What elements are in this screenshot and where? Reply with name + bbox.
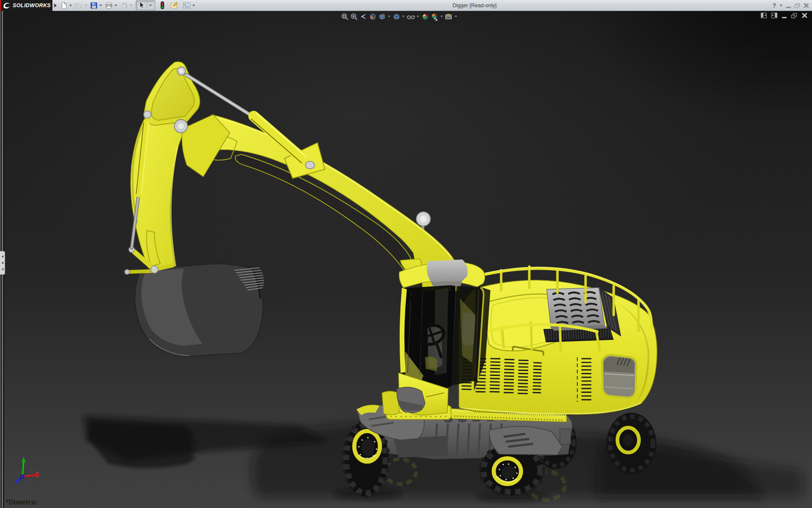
expand-left-icon bbox=[2, 262, 3, 264]
save-floppy-icon bbox=[90, 2, 98, 9]
document-title: Digger [Read-only] bbox=[453, 0, 497, 11]
zoom-to-area-icon[interactable] bbox=[349, 12, 359, 21]
doc-close-button[interactable] bbox=[801, 13, 807, 18]
bucket[interactable] bbox=[135, 264, 264, 356]
view-orientation-dropdown[interactable] bbox=[388, 16, 390, 17]
expand-left-icon bbox=[2, 268, 3, 271]
zoom-to-fit-icon[interactable] bbox=[340, 12, 349, 21]
help-button[interactable]: ? bbox=[772, 2, 776, 9]
document-window-controls bbox=[761, 13, 807, 18]
apply-scene-icon[interactable] bbox=[430, 12, 439, 21]
orientation-triad bbox=[14, 457, 40, 483]
view-settings-icon[interactable] bbox=[444, 12, 453, 21]
edit-note-button[interactable] bbox=[169, 0, 179, 11]
options-button[interactable] bbox=[182, 0, 192, 11]
hide-show-items-icon[interactable] bbox=[406, 12, 415, 21]
title-bar: SOLIDWORKS bbox=[0, 0, 812, 11]
main-toolbar bbox=[59, 0, 197, 11]
logo-red-bar bbox=[0, 0, 1, 11]
expand-left-icon bbox=[2, 255, 3, 258]
save-dropdown[interactable] bbox=[99, 5, 102, 6]
select-dropdown[interactable] bbox=[149, 5, 152, 6]
open-button[interactable] bbox=[74, 0, 84, 11]
doc-minimize-button[interactable] bbox=[782, 17, 787, 18]
rebuild-button[interactable] bbox=[159, 0, 166, 11]
view-orientation-label: *Dimetric bbox=[6, 499, 37, 506]
view-settings-dropdown[interactable] bbox=[455, 16, 457, 17]
far-rear-wheel[interactable] bbox=[606, 413, 656, 474]
solidworks-logo: SOLIDWORKS bbox=[0, 0, 52, 11]
undo-button[interactable] bbox=[119, 0, 129, 11]
headsup-view-toolbar bbox=[340, 12, 458, 21]
section-view-icon[interactable] bbox=[368, 12, 377, 21]
menu-expand-arrow[interactable] bbox=[54, 3, 57, 8]
display-style-icon[interactable] bbox=[392, 12, 401, 21]
engine-grille[interactable] bbox=[543, 288, 621, 342]
edit-appearance-icon[interactable] bbox=[420, 12, 430, 21]
window-controls: ? bbox=[772, 0, 809, 11]
display-style-dropdown[interactable] bbox=[402, 16, 405, 17]
solidworks-window: SOLIDWORKS bbox=[0, 0, 812, 508]
open-folder-icon bbox=[75, 2, 83, 9]
select-tool-button[interactable] bbox=[136, 0, 155, 10]
new-document-dropdown[interactable] bbox=[69, 5, 72, 6]
body-house[interactable] bbox=[459, 267, 657, 415]
note-pencil-icon bbox=[170, 1, 178, 9]
help-dropdown[interactable] bbox=[780, 5, 782, 6]
new-document-button[interactable] bbox=[59, 0, 69, 11]
save-button[interactable] bbox=[89, 0, 99, 11]
doc-restore-button[interactable] bbox=[791, 13, 797, 18]
hide-show-items-dropdown[interactable] bbox=[417, 16, 419, 17]
triad-origin bbox=[21, 475, 24, 478]
previous-view-icon[interactable] bbox=[359, 12, 368, 21]
solidworks-ds-icon bbox=[3, 2, 11, 9]
new-document-icon bbox=[60, 2, 68, 9]
open-dropdown[interactable] bbox=[85, 5, 87, 6]
select-divider bbox=[147, 2, 147, 9]
close-button[interactable] bbox=[804, 3, 809, 8]
pane-toggle-left-icon[interactable] bbox=[761, 13, 767, 18]
brand-text: SOLIDWORKS bbox=[13, 3, 51, 8]
model-scene bbox=[0, 11, 812, 508]
traffic-light-icon bbox=[160, 1, 165, 9]
cab-roof-panel bbox=[427, 260, 467, 282]
restore-button[interactable] bbox=[795, 3, 800, 8]
print-icon bbox=[105, 2, 113, 9]
minimize-button[interactable] bbox=[786, 7, 791, 8]
collapsed-featuremanager-tab[interactable] bbox=[0, 251, 5, 275]
select-cursor-icon bbox=[137, 1, 145, 9]
options-list-icon bbox=[183, 2, 191, 9]
graphics-viewport[interactable]: *Dimetric bbox=[0, 11, 812, 508]
pane-toggle-right-icon[interactable] bbox=[771, 13, 777, 18]
options-dropdown[interactable] bbox=[192, 5, 195, 6]
print-button[interactable] bbox=[104, 0, 114, 11]
apply-scene-dropdown[interactable] bbox=[440, 16, 443, 17]
undo-arrow-icon bbox=[120, 2, 128, 9]
y-axis-arrow bbox=[22, 457, 26, 463]
print-dropdown[interactable] bbox=[115, 5, 117, 6]
view-orientation-icon[interactable] bbox=[377, 12, 387, 21]
rear-window[interactable] bbox=[602, 355, 636, 398]
undo-dropdown[interactable] bbox=[130, 5, 132, 6]
